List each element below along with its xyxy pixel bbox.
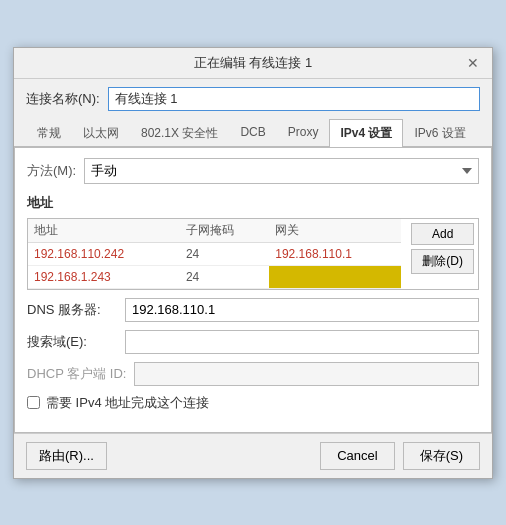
dhcp-row: DHCP 客户端 ID: [27,362,479,386]
conn-name-label: 连接名称(N): [26,90,100,108]
row1-gateway: 192.168.110.1 [269,242,401,265]
method-select[interactable]: 手动 [84,158,479,184]
content-area: 方法(M): 手动 地址 地址 子网掩码 网关 192.168.110.242 [14,147,492,433]
row2-address: 192.168.1.243 [28,265,180,288]
checkbox-row: 需要 IPv4 地址完成这个连接 [27,394,479,412]
tab-ipv6[interactable]: IPv6 设置 [403,119,476,147]
address-table-wrapper: 地址 子网掩码 网关 192.168.110.242 24 192.168.11… [27,218,479,290]
table-row[interactable]: 192.168.1.243 24 [28,265,401,288]
cancel-button[interactable]: Cancel [320,442,394,470]
row2-gateway[interactable] [269,265,401,288]
search-label: 搜索域(E): [27,333,117,351]
method-row: 方法(M): 手动 [27,158,479,184]
delete-address-button[interactable]: 删除(D) [411,249,474,274]
tabs-bar: 常规 以太网 802.1X 安全性 DCB Proxy IPv4 设置 IPv6… [14,119,492,147]
row1-address: 192.168.110.242 [28,242,180,265]
row2-mask: 24 [180,265,269,288]
bottom-bar: 路由(R)... Cancel 保存(S) [14,433,492,478]
address-buttons: Add 删除(D) [407,219,478,289]
address-section-title: 地址 [27,194,479,212]
dialog-title: 正在编辑 有线连接 1 [42,54,464,72]
dns-input[interactable] [125,298,479,322]
conn-name-input[interactable] [108,87,480,111]
address-table: 地址 子网掩码 网关 192.168.110.242 24 192.168.11… [28,219,401,289]
tab-general[interactable]: 常规 [26,119,72,147]
route-button[interactable]: 路由(R)... [26,442,107,470]
require-ipv4-label: 需要 IPv4 地址完成这个连接 [46,394,209,412]
dns-label: DNS 服务器: [27,301,117,319]
tab-dcb[interactable]: DCB [229,119,276,147]
row1-mask: 24 [180,242,269,265]
tab-ethernet[interactable]: 以太网 [72,119,130,147]
tab-8021x[interactable]: 802.1X 安全性 [130,119,229,147]
dialog: 正在编辑 有线连接 1 ✕ 连接名称(N): 常规 以太网 802.1X 安全性… [13,47,493,479]
add-address-button[interactable]: Add [411,223,474,245]
table-row[interactable]: 192.168.110.242 24 192.168.110.1 [28,242,401,265]
save-button[interactable]: 保存(S) [403,442,480,470]
tab-ipv4[interactable]: IPv4 设置 [329,119,403,147]
col-header-address: 地址 [28,219,180,243]
dhcp-label: DHCP 客户端 ID: [27,365,126,383]
search-row: 搜索域(E): [27,330,479,354]
action-buttons: Cancel 保存(S) [320,442,480,470]
search-input[interactable] [125,330,479,354]
connection-name-row: 连接名称(N): [14,79,492,119]
dns-row: DNS 服务器: [27,298,479,322]
close-button[interactable]: ✕ [464,54,482,72]
title-bar: 正在编辑 有线连接 1 ✕ [14,48,492,79]
col-header-gateway: 网关 [269,219,401,243]
require-ipv4-checkbox[interactable] [27,396,40,409]
method-label: 方法(M): [27,162,76,180]
tab-proxy[interactable]: Proxy [277,119,330,147]
dhcp-input [134,362,479,386]
col-header-mask: 子网掩码 [180,219,269,243]
